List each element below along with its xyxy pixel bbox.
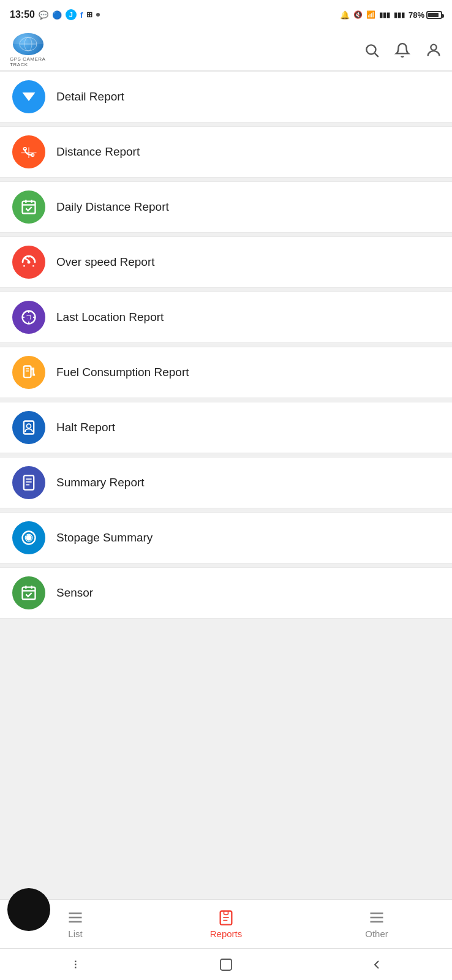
report-list: Detail Report Distance Report xyxy=(0,71,452,745)
svg-point-5 xyxy=(431,44,436,50)
stopage-report-label: Stopage Summary xyxy=(56,531,153,545)
overspeed-report-label: Over speed Report xyxy=(56,255,155,269)
messenger-icon: 💬 xyxy=(39,10,48,20)
recents-button[interactable]: ⫶ xyxy=(57,952,94,977)
fuel-report-icon xyxy=(12,356,45,389)
report-item-stopage[interactable]: Stopage Summary xyxy=(0,512,452,564)
bottom-navigation: List Reports Other xyxy=(0,899,452,948)
back-button[interactable] xyxy=(358,952,395,977)
report-item-overspeed[interactable]: Over speed Report xyxy=(0,236,452,288)
distance-report-icon xyxy=(12,135,45,168)
svg-marker-6 xyxy=(23,92,36,101)
alarm-icon: 🔔 xyxy=(340,10,350,20)
report-item-daily-distance[interactable]: Daily Distance Report xyxy=(0,181,452,233)
home-button[interactable] xyxy=(208,952,244,977)
last-location-report-label: Last Location Report xyxy=(56,311,164,324)
file-person-icon xyxy=(20,419,37,436)
svg-point-33 xyxy=(27,424,31,428)
svg-rect-32 xyxy=(24,421,34,434)
daily-distance-report-label: Daily Distance Report xyxy=(56,200,169,214)
detail-report-icon xyxy=(12,80,45,113)
report-item-fuel[interactable]: Fuel Consumption Report xyxy=(0,347,452,398)
nav-label-reports: Reports xyxy=(210,929,243,939)
last-location-report-icon xyxy=(12,301,45,334)
calendar-check-icon xyxy=(20,198,37,216)
report-item-sensor[interactable]: Sensor xyxy=(0,567,452,619)
signal1-icon: ▮▮▮ xyxy=(379,11,390,19)
overspeed-report-icon xyxy=(12,246,45,279)
bell-icon xyxy=(394,42,410,58)
summary-report-icon xyxy=(12,466,45,499)
svg-line-18 xyxy=(25,258,29,261)
svg-point-3 xyxy=(366,45,375,54)
reports-icon xyxy=(217,909,235,926)
sensor-label: Sensor xyxy=(56,586,93,600)
fuel-icon xyxy=(20,364,37,381)
dot-indicator xyxy=(96,13,100,17)
stop-circle-icon xyxy=(20,529,37,546)
battery-display: 78% xyxy=(409,10,442,20)
grid-icon: ⊞ xyxy=(86,10,92,19)
report-item-summary[interactable]: Summary Report xyxy=(0,457,452,508)
status-bar: 13:50 💬 🔵 J f ⊞ 🔔 🔇 📶 ▮▮▮ ▮▮▮ 78% xyxy=(0,0,452,29)
report-item-distance[interactable]: Distance Report xyxy=(0,126,452,178)
app-logo: GPS CAMERA TRACK xyxy=(10,33,47,67)
svg-line-4 xyxy=(375,53,379,56)
sensor-report-icon xyxy=(12,576,45,609)
halt-report-icon xyxy=(12,411,45,444)
triangle-down-icon xyxy=(20,88,37,105)
logo-subtext: GPS CAMERA TRACK xyxy=(10,56,47,67)
list-icon xyxy=(67,909,84,926)
time-display: 13:50 xyxy=(10,9,35,20)
home-icon xyxy=(219,957,233,972)
other-icon xyxy=(368,909,385,926)
status-right: 🔔 🔇 📶 ▮▮▮ ▮▮▮ 78% xyxy=(340,10,442,20)
facebook-icon: f xyxy=(80,10,83,20)
nav-item-other[interactable]: Other xyxy=(301,900,452,948)
search-icon xyxy=(364,42,380,58)
jio-icon: J xyxy=(66,9,77,20)
svg-rect-54 xyxy=(220,959,232,970)
status-left: 13:50 💬 🔵 J f ⊞ xyxy=(10,9,100,20)
route-icon xyxy=(20,143,38,161)
svg-point-39 xyxy=(26,535,31,540)
globe-svg xyxy=(18,36,38,52)
stopage-report-icon xyxy=(12,521,45,554)
svg-rect-34 xyxy=(24,475,34,489)
bookmark-icon xyxy=(20,474,37,491)
svg-point-31 xyxy=(33,374,35,375)
recents-icon: ⫶ xyxy=(72,957,78,971)
svg-rect-41 xyxy=(23,587,36,600)
notification-button[interactable] xyxy=(394,42,410,58)
battery-icon xyxy=(426,11,442,19)
wifi-icon: 📶 xyxy=(366,10,375,19)
detail-report-label: Detail Report xyxy=(56,90,124,104)
sensor-calendar-icon xyxy=(20,584,37,601)
app-bar: GPS CAMERA TRACK xyxy=(0,29,452,71)
nav-item-reports[interactable]: Reports xyxy=(151,900,301,948)
halt-report-label: Halt Report xyxy=(56,421,115,434)
speedometer-icon xyxy=(20,253,38,271)
report-item-detail[interactable]: Detail Report xyxy=(0,71,452,123)
fab-button[interactable] xyxy=(7,888,50,931)
distance-report-label: Distance Report xyxy=(56,145,140,159)
report-item-halt[interactable]: Halt Report xyxy=(0,402,452,453)
search-button[interactable] xyxy=(364,42,380,58)
mute-icon: 🔇 xyxy=(353,10,363,19)
daily-distance-report-icon xyxy=(12,190,45,224)
account-button[interactable] xyxy=(425,42,442,59)
nav-label-list: List xyxy=(68,929,82,939)
nav-label-other: Other xyxy=(365,929,388,939)
report-item-last-location[interactable]: Last Location Report xyxy=(0,292,452,343)
svg-point-23 xyxy=(28,316,31,319)
svg-rect-13 xyxy=(23,202,36,214)
fuel-report-label: Fuel Consumption Report xyxy=(56,366,189,379)
location-arrow-icon xyxy=(20,309,37,326)
back-icon xyxy=(369,957,384,972)
messenger2-icon: 🔵 xyxy=(52,10,62,20)
account-icon xyxy=(425,42,442,59)
signal2-icon: ▮▮▮ xyxy=(394,11,405,19)
system-bar: ⫶ xyxy=(0,948,452,980)
app-bar-icons xyxy=(364,42,442,59)
logo-globe-icon xyxy=(13,33,43,55)
